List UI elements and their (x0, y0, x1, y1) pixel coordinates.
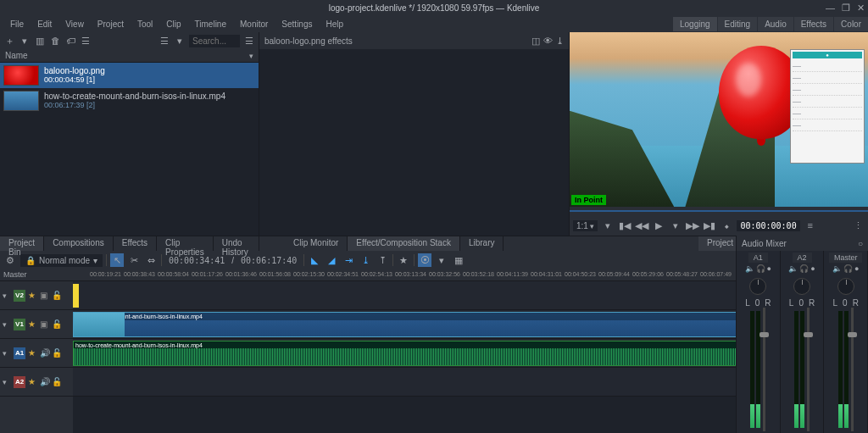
monitor-ruler[interactable] (570, 207, 868, 215)
razor-tool-icon[interactable]: ✂ (127, 253, 141, 267)
preview-dropdown-icon[interactable]: ▾ (435, 253, 448, 267)
tab-effects[interactable]: Effects (794, 17, 833, 31)
menu-view[interactable]: View (58, 18, 91, 31)
go-start-icon[interactable]: ▮◀ (618, 219, 632, 232)
spacer-tool-icon[interactable]: ⇔ (144, 253, 158, 267)
view-list-icon[interactable]: ☰ (159, 35, 170, 47)
tab-audio[interactable]: Audio (758, 17, 793, 31)
menu-monitor[interactable]: Monitor (233, 18, 275, 31)
volume-fader[interactable] (851, 308, 854, 431)
show-audio-icon[interactable]: ▦ (452, 253, 465, 267)
mute-icon[interactable]: 🔈 (745, 264, 754, 273)
bin-item-video[interactable]: how-to-create-mount-and-burn-isos-in-lin… (0, 88, 259, 114)
tag-icon[interactable]: 🏷 (64, 35, 76, 47)
restore-button[interactable]: ❐ (842, 3, 850, 14)
volume-fader[interactable] (807, 308, 810, 431)
filter-icon[interactable]: ☰ (80, 35, 92, 47)
zone-out-icon[interactable]: ◢ (325, 253, 338, 267)
mixer-close-icon[interactable]: ○ (858, 239, 863, 248)
master-track-label[interactable]: Master (0, 269, 73, 281)
track-label[interactable]: A1 (14, 347, 25, 359)
record-icon[interactable]: ● (854, 264, 859, 273)
tab-undo-history[interactable]: Undo History (214, 236, 259, 251)
solo-icon[interactable]: 🎧 (756, 264, 765, 273)
tab-clip-properties[interactable]: Clip Properties (157, 236, 214, 251)
expand-icon[interactable]: ▾ (3, 320, 11, 329)
mute-icon[interactable]: 🔊 (40, 348, 49, 358)
pan-knob[interactable] (793, 278, 810, 295)
star-icon[interactable]: ★ (28, 319, 37, 329)
sort-icon[interactable]: ▾ (249, 52, 253, 60)
split-view-icon[interactable]: ◫ (531, 36, 540, 47)
mute-icon[interactable]: 🔈 (832, 264, 842, 273)
clip-audio[interactable]: how-to-create-mount-and-burn-isos-in-lin… (73, 341, 788, 366)
record-icon[interactable]: ● (810, 264, 815, 273)
tab-project-bin[interactable]: Project Bin (0, 236, 44, 251)
save-effect-icon[interactable]: ⤓ (556, 36, 564, 47)
overwrite-icon[interactable]: ⇥ (342, 253, 355, 267)
clip-balloon-image[interactable] (73, 284, 79, 308)
star-icon[interactable]: ★ (28, 377, 37, 386)
tab-library[interactable]: Library (460, 236, 504, 251)
lift-icon[interactable]: ⤒ (376, 253, 389, 267)
menu-clip[interactable]: Clip (159, 18, 187, 31)
clip-video[interactable]: how-to-create-mount-and-burn-isos-in-lin… (73, 312, 788, 337)
bin-item-balloon[interactable]: baloon-logo.png 00:00:04:59 [1] (0, 63, 259, 88)
track-label[interactable]: V2 (14, 290, 25, 302)
volume-fader[interactable] (763, 308, 765, 431)
folder-icon[interactable]: ▥ (34, 35, 46, 47)
zone-in-icon[interactable]: ◣ (308, 253, 321, 267)
play-dropdown-icon[interactable]: ▾ (669, 219, 682, 232)
tab-editing[interactable]: Editing (718, 17, 758, 31)
mute-icon[interactable]: 🔊 (40, 377, 49, 386)
add-dropdown-icon[interactable]: ▾ (19, 35, 31, 47)
edit-mode-select[interactable]: 🔒 Normal mode ▾ (20, 254, 103, 267)
go-end-icon[interactable]: ▶▮ (703, 219, 716, 232)
solo-icon[interactable]: 🎧 (843, 264, 853, 273)
track-header-v2[interactable]: ▾ V2 ★ ▣ 🔓 (0, 281, 73, 310)
menu-timeline[interactable]: Timeline (188, 18, 233, 31)
pan-knob[interactable] (749, 278, 766, 295)
tab-effect-stack[interactable]: Effect/Composition Stack (348, 236, 460, 251)
timecode-stepper-icon[interactable]: ≡ (804, 219, 817, 232)
record-icon[interactable]: ● (767, 264, 771, 273)
lock-icon[interactable]: 🔓 (52, 291, 61, 300)
marker-icon[interactable]: ⬥ (720, 219, 733, 232)
insert-icon[interactable]: ⤓ (359, 253, 372, 267)
settings-icon[interactable]: ⚙ (3, 253, 17, 267)
tab-compositions[interactable]: Compositions (44, 236, 114, 251)
star-icon[interactable]: ★ (28, 291, 37, 300)
view-dropdown-icon[interactable]: ▾ (174, 35, 186, 47)
tab-effects[interactable]: Effects (114, 236, 157, 251)
menu-file[interactable]: File (3, 18, 31, 31)
monitor-timecode[interactable]: 00:00:00:00 (737, 220, 799, 231)
monitor-options-icon[interactable]: ⋮ (851, 219, 865, 232)
menu-icon[interactable]: ☰ (243, 35, 255, 47)
tab-logging[interactable]: Logging (673, 17, 717, 31)
tab-clip-monitor[interactable]: Clip Monitor (285, 236, 348, 251)
track-header-v1[interactable]: ▾ V1 ★ ▣ 🔓 (0, 310, 73, 339)
lock-icon[interactable]: 🔓 (52, 348, 61, 358)
playhead-timecode[interactable]: 00:00:34:41 (165, 256, 228, 265)
visibility-icon[interactable]: 👁 (543, 36, 553, 47)
select-tool-icon[interactable]: ↖ (110, 253, 124, 267)
minimize-button[interactable]: — (826, 3, 835, 14)
search-input[interactable] (189, 35, 240, 47)
add-clip-button[interactable]: ＋ (3, 35, 15, 47)
menu-edit[interactable]: Edit (31, 18, 58, 31)
star-icon[interactable]: ★ (28, 348, 37, 358)
pan-knob[interactable] (837, 278, 854, 295)
mute-icon[interactable]: ▣ (40, 319, 49, 329)
track-header-a2[interactable]: ▾ A2 ★ 🔊 🔓 (0, 368, 73, 397)
tab-color[interactable]: Color (834, 17, 868, 31)
zoom-select[interactable]: 1:1 ▾ (573, 220, 598, 231)
expand-icon[interactable]: ▾ (3, 378, 11, 386)
bin-column-header[interactable]: Name ▾ (0, 49, 259, 63)
mute-icon[interactable]: ▣ (40, 291, 49, 300)
monitor-preview[interactable]: ● ——— ——— In Point (570, 32, 868, 207)
lock-icon[interactable]: 🔓 (52, 377, 61, 386)
preview-render-icon[interactable]: ⦿ (418, 253, 431, 267)
delete-icon[interactable]: 🗑 (49, 35, 61, 47)
effects-body[interactable] (259, 49, 569, 236)
menu-help[interactable]: Help (320, 18, 351, 31)
